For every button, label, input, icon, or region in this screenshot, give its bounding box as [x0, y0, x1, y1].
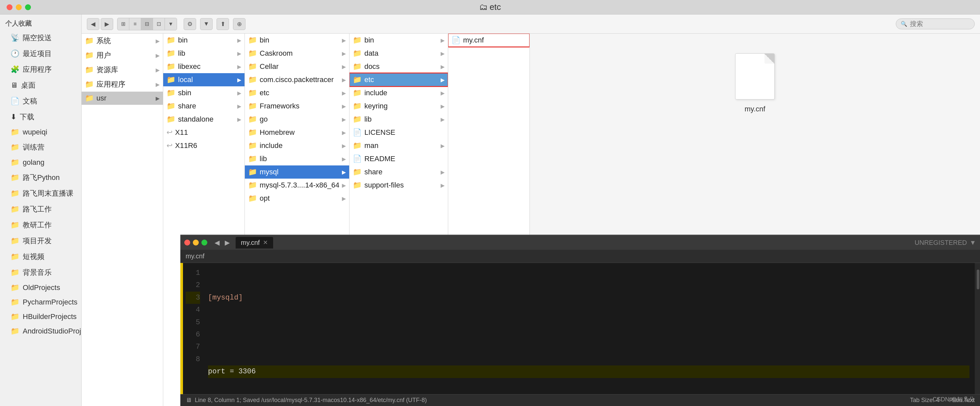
sidebar-item-golang[interactable]: 📁 golang — [1, 155, 80, 169]
list-item[interactable]: 📁 应用程序 ▶ — [82, 77, 163, 92]
tag-button[interactable]: ⊕ — [233, 18, 245, 30]
list-item[interactable]: 📁 lib ▶ — [245, 152, 349, 165]
icon-view-button[interactable]: ⊞ — [118, 18, 129, 30]
list-item[interactable]: 📁 系统 ▶ — [82, 34, 163, 48]
sidebar-item-documents[interactable]: 📄 文稿 — [1, 94, 80, 109]
list-item[interactable]: 📁 lib ▶ — [350, 113, 448, 126]
sidebar-item-android[interactable]: 📁 AndroidStudioProjects — [1, 324, 80, 338]
list-item[interactable]: 📁 bin ▶ — [245, 34, 349, 47]
list-item[interactable]: 📁 docs ▶ — [350, 60, 448, 73]
list-item[interactable]: 📁 Homebrew ▶ — [245, 126, 349, 139]
sidebar-item-projects[interactable]: 📁 项目开发 — [1, 233, 80, 248]
chevron-right-icon: ▶ — [342, 129, 346, 136]
editor-forward-button[interactable]: ▶ — [223, 238, 232, 247]
search-box[interactable]: 🔍 — [896, 18, 975, 29]
list-item[interactable]: 📄 README — [350, 152, 448, 165]
sidebar-item-training[interactable]: 📁 训练营 — [1, 140, 80, 155]
recents-icon: 🕐 — [11, 50, 19, 58]
list-item[interactable]: 📁 com.cisco.packettracer ▶ — [245, 73, 349, 86]
list-item[interactable]: 📁 etc ▶ — [245, 86, 349, 99]
share-button[interactable]: ⬆ — [216, 18, 229, 30]
list-item[interactable]: 📁 opt ▶ — [245, 192, 349, 205]
list-view-button[interactable]: ≡ — [129, 18, 141, 30]
list-item[interactable]: ↩ X11 — [163, 126, 245, 139]
editor-scrollbar[interactable] — [975, 263, 980, 394]
forward-button[interactable]: ▶ — [101, 18, 113, 30]
editor-close-button[interactable] — [184, 240, 190, 246]
alias-icon: ↩ — [167, 141, 172, 150]
list-item[interactable]: 📁 bin ▶ — [163, 34, 245, 47]
list-item[interactable]: 📁 keyring ▶ — [350, 99, 448, 113]
sidebar-item-luofei-python[interactable]: 📁 路飞Python — [1, 170, 80, 185]
editor-scrollbar-thumb[interactable] — [977, 270, 979, 289]
editor-dropdown-button[interactable]: ▼ — [969, 239, 976, 246]
sidebar-item-recents[interactable]: 🕐 最近项目 — [1, 46, 80, 61]
sidebar-item-shortvideo[interactable]: 📁 短视频 — [1, 249, 80, 264]
action-button[interactable]: ⚙ — [184, 18, 196, 30]
sidebar-item-applications[interactable]: 🧩 应用程序 — [1, 62, 80, 77]
editor-maximize-button[interactable] — [201, 240, 207, 246]
search-input[interactable] — [910, 20, 970, 28]
list-item[interactable]: 📁 用户 ▶ — [82, 48, 163, 62]
editor-back-button[interactable]: ◀ — [213, 238, 221, 247]
editor-minimize-button[interactable] — [193, 240, 199, 246]
list-item[interactable]: 📁 Cellar ▶ — [245, 60, 349, 73]
list-item[interactable]: 📁 Frameworks ▶ — [245, 99, 349, 113]
code-line-3: port = 3306 — [208, 366, 969, 378]
list-item-include[interactable]: 📁 include ▶ — [245, 139, 349, 152]
sidebar-item-airdrop[interactable]: 📡 隔空投送 — [1, 30, 80, 45]
minimize-button[interactable] — [16, 4, 22, 10]
back-button[interactable]: ◀ — [87, 18, 99, 30]
sidebar-item-pycharm[interactable]: 📁 PycharmProjects — [1, 295, 80, 309]
list-item[interactable]: 📁 share ▶ — [350, 165, 448, 179]
sidebar-item-wupeiqi[interactable]: 📁 wupeiqi — [1, 125, 80, 139]
list-item[interactable]: 📁 sbin ▶ — [163, 86, 245, 99]
list-item[interactable]: 📁 资源库 ▶ — [82, 62, 163, 77]
chevron-right-icon: ▶ — [441, 143, 445, 149]
list-item-etc-selected[interactable]: 📁 etc ▶ — [350, 73, 448, 86]
sidebar-item-desktop[interactable]: 🖥 桌面 — [1, 78, 80, 93]
action-dropdown-button[interactable]: ▼ — [200, 18, 213, 30]
editor-panel: ◀ ▶ my.cnf ✕ UNREGISTERED ▼ my.cnf 1 — [180, 235, 980, 406]
editor-tab-mycnf[interactable]: my.cnf ✕ — [235, 237, 273, 248]
close-button[interactable] — [6, 4, 13, 10]
editor-unregistered-label: UNREGISTERED — [915, 239, 967, 246]
sidebar-item-luofei-work[interactable]: 📁 路飞工作 — [1, 202, 80, 217]
list-item-local[interactable]: 📁 local ▶ — [163, 73, 245, 86]
sidebar-item-downloads[interactable]: ⬇ 下载 — [1, 109, 80, 125]
list-item[interactable]: 📁 go ▶ — [245, 113, 349, 126]
folder-icon: 📁 — [248, 168, 257, 176]
list-item-usr[interactable]: 📁 usr ▶ — [82, 92, 163, 105]
column-view-button[interactable]: ⊟ — [141, 18, 153, 30]
list-item[interactable]: 📁 share ▶ — [163, 99, 245, 113]
list-item[interactable]: ↩ X11R6 — [163, 139, 245, 152]
sidebar-item-luofei-live[interactable]: 📁 路飞周末直播课 — [1, 186, 80, 201]
list-item[interactable]: 📁 bin ▶ — [350, 34, 448, 47]
list-item-mycnf[interactable]: 📄 my.cnf — [448, 34, 530, 47]
sidebar-item-bgmusic[interactable]: 📁 背景音乐 — [1, 265, 80, 280]
maximize-button[interactable] — [25, 4, 31, 10]
list-item[interactable]: 📁 lib ▶ — [163, 47, 245, 60]
view-dropdown-button[interactable]: ▼ — [165, 18, 177, 30]
list-item[interactable]: 📁 standalone ▶ — [163, 113, 245, 126]
list-item-mysql[interactable]: 📁 mysql ▶ — [245, 165, 349, 179]
sidebar-item-teaching[interactable]: 📁 教研工作 — [1, 217, 80, 233]
code-content[interactable]: [mysqld] port = 3306 basedir=/usr/local/… — [203, 263, 975, 394]
list-item[interactable]: 📄 LICENSE — [350, 126, 448, 139]
list-item[interactable]: 📁 Caskroom ▶ — [245, 47, 349, 60]
list-item[interactable]: 📁 mysql-5.7.3....14-x86_64 ▶ — [245, 179, 349, 192]
list-item[interactable]: 📁 data ▶ — [350, 47, 448, 60]
sidebar-item-hbuilder[interactable]: 📁 HBuilderProjects — [1, 310, 80, 324]
list-item-include[interactable]: 📁 include ▶ — [350, 86, 448, 99]
editor-tab-close[interactable]: ✕ — [263, 239, 268, 246]
list-item[interactable]: 📁 libexec ▶ — [163, 60, 245, 73]
folder-icon-training: 📁 — [11, 143, 19, 152]
sidebar-item-oldprojects[interactable]: 📁 OldProjects — [1, 281, 80, 295]
list-item[interactable]: 📁 man ▶ — [350, 139, 448, 152]
chevron-right-icon: ▶ — [237, 90, 241, 96]
editor-titlebar: ◀ ▶ my.cnf ✕ UNREGISTERED ▼ — [180, 235, 980, 250]
list-item[interactable]: 📁 support-files ▶ — [350, 179, 448, 192]
folder-icon: 📁 — [167, 89, 175, 97]
gallery-view-button[interactable]: ⊡ — [153, 18, 165, 30]
documents-icon: 📄 — [11, 97, 19, 105]
